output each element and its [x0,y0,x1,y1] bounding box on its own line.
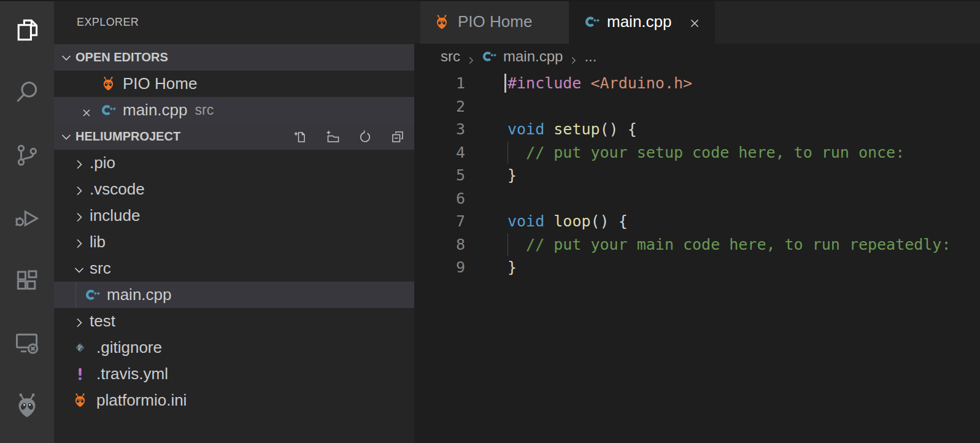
travis-file-icon [72,366,88,382]
indent-guide [75,282,76,308]
remote-explorer-icon [14,329,41,359]
chevron-right-icon [72,209,86,223]
open-editor-label: main.cpp [123,101,188,120]
collapse-all-icon[interactable] [390,129,405,144]
platformio-ant-icon [101,76,116,91]
code-line: 8 // put your main code here, to run rep… [414,233,980,256]
cpp-file-icon [482,49,496,64]
line-content: } [507,256,517,279]
tree-item-label: .vscode [90,180,145,199]
project-header[interactable]: HELIUMPROJECT [54,123,414,150]
activity-bar-item-explorer[interactable] [0,0,54,63]
refresh-icon[interactable] [358,129,372,144]
activity-bar-item-source-control[interactable] [0,125,54,188]
run-debug-icon [14,204,41,234]
line-number: 7 [414,210,465,233]
source-control-icon [14,142,41,171]
tab-main-cpp[interactable]: main.cpp [569,0,715,44]
tree-item-src[interactable]: src [54,255,414,282]
chevron-right-icon [466,52,476,63]
code-token [544,212,554,230]
tree-item-main-cpp[interactable]: main.cpp [54,282,414,308]
line-number: 6 [414,187,465,210]
tab-label: PIO Home [458,12,532,31]
tree-item-travis-yml[interactable]: .travis.yml [54,361,414,387]
tree-item-platformio-ini[interactable]: platformio.ini [54,387,414,414]
project-header-actions [293,129,414,144]
editor-tabbar: PIO Homemain.cpp [414,0,980,44]
tree-item-label: .gitignore [96,338,162,357]
code-line: 4 // put your setup code here, to run on… [414,141,980,164]
vscode-window: EXPLORER OPEN EDITORS PIO Homemain.cppsr… [0,0,980,443]
activity-bar-item-extensions[interactable] [0,250,54,313]
activity-bar-item-run-and-debug[interactable] [0,188,54,250]
cpp-file-icon [101,102,116,118]
chevron-right-icon [72,156,86,170]
chevron-right-icon [72,183,86,196]
open-editors-header-label: OPEN EDITORS [75,50,168,64]
close-editor-icon[interactable] [80,104,93,117]
chevron-down-icon [72,262,86,275]
code-token: // put your main code here, to run repea… [526,236,951,253]
tree-item-label: src [90,259,111,278]
code-line: 6 [414,187,980,210]
indent-guide [507,141,508,164]
breadcrumb-item-main-cpp[interactable]: main.cpp [503,48,563,65]
tree-item-label: .travis.yml [96,364,168,383]
code-token: void [507,120,544,138]
tab-pio-home[interactable]: PIO Home [420,0,569,44]
tree-item-label: test [90,312,115,331]
open-editor-pio-home[interactable]: PIO Home [54,71,414,97]
file-tree: .pio.vscodeincludelibsrcmain.cpptest.git… [54,150,414,414]
line-content: void loop() { [507,210,628,233]
line-number: 1 [414,72,465,95]
tree-item-label: lib [90,233,106,252]
chevron-down-icon [60,130,73,144]
line-content: void setup() { [507,118,637,141]
tree-item-label: include [90,206,140,225]
code-token [507,236,526,253]
code-token [581,74,590,92]
tab-label: main.cpp [607,12,672,31]
close-tab-icon[interactable] [688,15,701,29]
new-folder-icon[interactable] [325,129,340,144]
tree-item-label: platformio.ini [96,391,187,410]
code-line: 2 [414,95,980,118]
line-number: 2 [414,95,465,118]
code-line: 7void loop() { [414,210,980,233]
breadcrumb-item-src[interactable]: src [441,48,460,65]
explorer-sidebar: EXPLORER OPEN EDITORS PIO Homemain.cppsr… [54,0,414,443]
platformio-ant-icon [434,14,450,30]
open-editor-main-cpp[interactable]: main.cppsrc [54,97,414,123]
code-token: <Arduino.h> [590,74,692,92]
activity-bar-item-remote-explorer[interactable] [0,313,54,376]
tree-item-lib[interactable]: lib [54,229,414,255]
tree-item-pio[interactable]: .pio [54,150,414,176]
tree-item-include[interactable]: include [54,202,414,229]
tree-item-gitignore[interactable]: .gitignore [54,334,414,361]
code-line: 5} [414,164,980,187]
chevron-down-icon [60,51,73,64]
search-icon [14,79,41,109]
indent-guide [507,233,508,256]
breadcrumb: srcmain.cpp... [414,44,980,69]
code-editor[interactable]: 1#include <Arduino.h>23void setup() {4 /… [414,72,980,279]
breadcrumb-item-[interactable]: ... [584,48,596,65]
line-number: 9 [414,256,465,279]
tree-item-test[interactable]: test [54,308,414,334]
sidebar-title: EXPLORER [54,0,414,44]
tree-item-vscode[interactable]: .vscode [54,176,414,202]
cpp-file-icon [85,287,100,302]
window-top-border [0,0,980,1]
project-header-label: HELIUMPROJECT [75,129,180,144]
open-editors-header[interactable]: OPEN EDITORS [54,44,414,71]
text-cursor [504,74,506,93]
activity-bar-item-platformio[interactable] [0,376,54,438]
activity-bar-item-search[interactable] [0,63,54,125]
code-line: 3void setup() { [414,118,980,141]
new-file-icon[interactable] [293,129,307,144]
open-editor-description: src [195,102,214,118]
chevron-right-icon [72,315,86,328]
code-token: () { [600,120,637,138]
line-content: #include <Arduino.h> [507,72,692,95]
